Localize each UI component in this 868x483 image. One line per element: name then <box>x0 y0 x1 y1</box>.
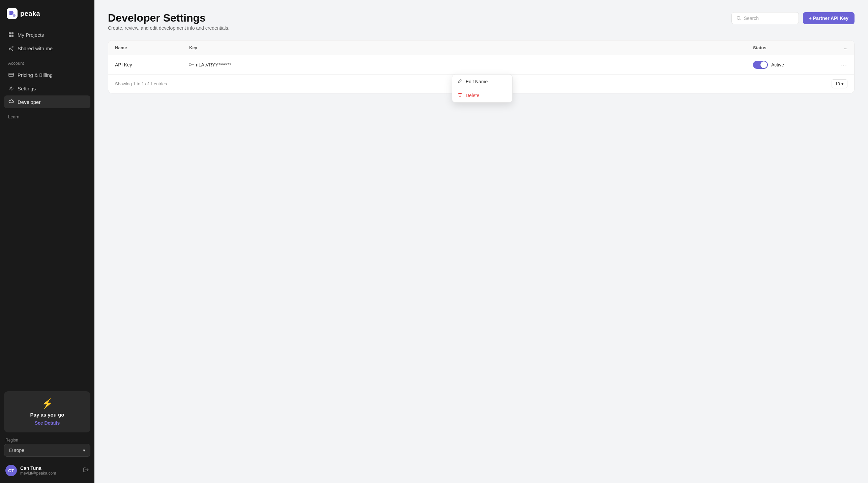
sidebar-item-pricing-billing[interactable]: Pricing & Billing <box>4 68 90 81</box>
delete-label: Delete <box>466 93 479 98</box>
account-section-label: Account <box>4 55 90 68</box>
logout-icon[interactable] <box>83 467 89 474</box>
page-title-area: Developer Settings Create, review, and e… <box>108 12 229 31</box>
region-value: Europe <box>9 448 24 453</box>
edit-name-label: Edit Name <box>466 79 488 84</box>
sidebar-item-developer[interactable]: Developer <box>4 95 90 108</box>
toggle-knob <box>760 61 767 68</box>
add-partner-api-key-button[interactable]: + Partner API Key <box>803 12 855 24</box>
context-menu-edit-name[interactable]: Edit Name <box>452 75 512 88</box>
trash-icon <box>458 92 462 98</box>
main-content: Developer Settings Create, review, and e… <box>94 0 868 483</box>
share-icon <box>8 45 14 51</box>
sidebar-bottom: ⚡ Pay as you go See Details Region Europ… <box>0 387 94 483</box>
chevron-down-icon: ▾ <box>841 81 844 86</box>
peaka-logo-icon <box>7 8 18 19</box>
row-more-button[interactable]: ··· <box>840 61 847 68</box>
plan-title: Pay as you go <box>30 412 64 418</box>
per-page-value: 10 <box>835 81 840 86</box>
sidebar-item-my-projects-label: My Projects <box>18 32 44 38</box>
context-menu-delete[interactable]: Delete <box>452 88 512 102</box>
svg-rect-5 <box>11 35 13 37</box>
gear-icon <box>8 85 14 91</box>
logo-text: peaka <box>20 10 40 18</box>
grid-icon <box>8 32 14 38</box>
header-actions: Search + Partner API Key <box>731 12 855 24</box>
cloud-icon <box>8 99 14 105</box>
avatar: CT <box>5 465 17 476</box>
see-details-link[interactable]: See Details <box>35 420 60 426</box>
page-header: Developer Settings Create, review, and e… <box>108 12 855 31</box>
status-text: Active <box>771 62 784 67</box>
api-key-value: nLAtVRYY******* <box>189 62 753 68</box>
card-icon <box>8 72 14 78</box>
user-info: Can Tuna mevlut@peaka.com <box>20 465 80 476</box>
svg-rect-2 <box>9 32 11 34</box>
sidebar-item-my-projects[interactable]: My Projects <box>4 28 90 41</box>
page-title: Developer Settings <box>108 12 229 24</box>
lightning-icon: ⚡ <box>41 398 53 409</box>
logo-area: peaka <box>0 0 94 26</box>
sidebar-navigation: My Projects Shared with me Account Prici… <box>0 26 94 387</box>
user-row: CT Can Tuna mevlut@peaka.com <box>4 462 90 479</box>
page-subtitle: Create, review, and edit development inf… <box>108 25 229 31</box>
sidebar-item-shared-with-me[interactable]: Shared with me <box>4 42 90 55</box>
table-header: Name Key Status ... <box>108 40 854 55</box>
context-menu: Edit Name Delete <box>452 74 513 103</box>
sidebar-item-settings-label: Settings <box>18 86 36 91</box>
per-page-select[interactable]: 10 ▾ <box>832 79 847 88</box>
api-key-name: API Key <box>115 62 189 67</box>
sidebar-item-settings[interactable]: Settings <box>4 82 90 95</box>
pay-as-you-go-card: ⚡ Pay as you go See Details <box>4 391 90 432</box>
table-row: API Key nLAtVRYY******* Active ·· <box>108 55 854 75</box>
active-toggle[interactable] <box>753 61 768 69</box>
api-key-status: Active <box>753 61 827 69</box>
svg-rect-3 <box>11 32 13 34</box>
sidebar: peaka My Projects Shared with me <box>0 0 94 483</box>
search-box[interactable]: Search <box>731 12 799 24</box>
chevron-down-icon: ▾ <box>83 448 85 453</box>
region-select[interactable]: Europe ▾ <box>4 444 90 457</box>
col-header-status: Status <box>753 45 827 50</box>
col-header-actions: ... <box>827 45 847 50</box>
svg-point-8 <box>10 88 12 89</box>
search-icon <box>736 16 741 21</box>
sidebar-item-shared-with-me-label: Shared with me <box>18 46 53 51</box>
pencil-icon <box>458 79 462 84</box>
learn-section-label: Learn <box>4 109 90 121</box>
showing-text: Showing 1 to 1 of 1 entries <box>115 81 167 86</box>
search-placeholder: Search <box>744 16 759 21</box>
region-label: Region <box>4 438 90 444</box>
sidebar-item-pricing-billing-label: Pricing & Billing <box>18 72 53 78</box>
svg-point-1 <box>13 14 16 17</box>
user-email: mevlut@peaka.com <box>20 471 80 476</box>
svg-rect-7 <box>9 74 13 75</box>
svg-rect-4 <box>9 35 11 37</box>
col-header-name: Name <box>115 45 189 50</box>
sidebar-item-developer-label: Developer <box>18 99 40 105</box>
col-header-key: Key <box>189 45 753 50</box>
user-name: Can Tuna <box>20 465 80 471</box>
key-icon <box>188 61 195 68</box>
